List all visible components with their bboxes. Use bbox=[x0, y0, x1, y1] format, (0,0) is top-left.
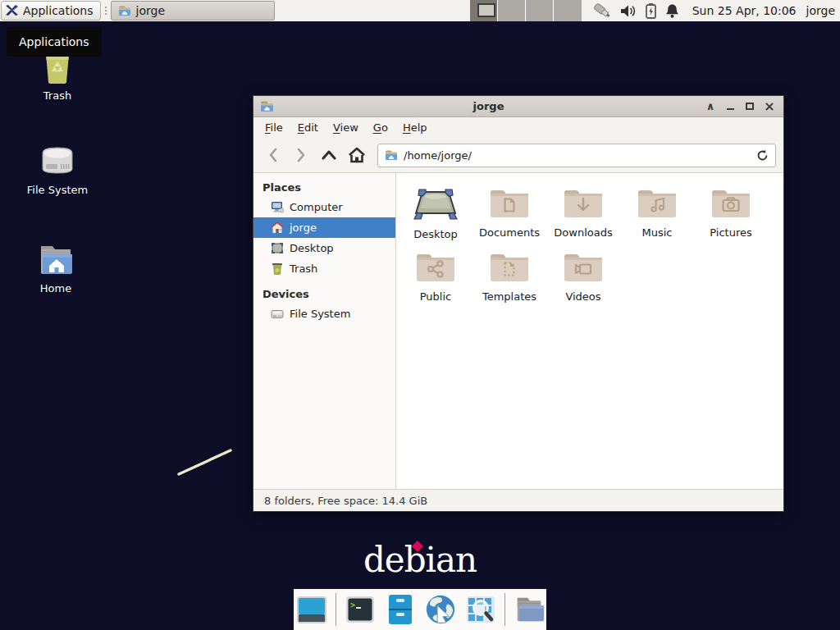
menu-edit[interactable]: Edit bbox=[291, 119, 325, 136]
folder-label: Templates bbox=[482, 290, 536, 303]
folder-item-public[interactable]: Public bbox=[399, 249, 472, 303]
taskbar-window-button[interactable]: jorge bbox=[111, 1, 275, 21]
devices-header: Devices bbox=[253, 283, 395, 304]
sidebar-item-label: Trash bbox=[290, 262, 317, 275]
menu-go[interactable]: Go bbox=[367, 119, 395, 136]
sidebar-item-label: jorge bbox=[290, 221, 317, 234]
music-folder-icon bbox=[636, 185, 678, 221]
application-finder-icon bbox=[465, 594, 496, 625]
desktop-icon-home[interactable]: Home bbox=[7, 241, 105, 294]
applications-menu-label: Applications bbox=[23, 4, 94, 17]
sidebar-item-jorge[interactable]: jorge bbox=[253, 217, 395, 238]
reload-icon[interactable] bbox=[756, 149, 769, 162]
file-cabinet-button[interactable] bbox=[384, 593, 417, 626]
desktop-special-icon bbox=[412, 185, 459, 222]
folder-window-icon bbox=[118, 5, 131, 16]
up-button[interactable] bbox=[317, 143, 341, 167]
workspace-4[interactable] bbox=[554, 0, 582, 21]
panel-handle[interactable] bbox=[103, 2, 109, 20]
videos-folder-icon bbox=[562, 249, 605, 285]
desktop-icon-label: File System bbox=[27, 184, 88, 196]
taskbar-window-label: jorge bbox=[136, 4, 165, 17]
forward-button[interactable] bbox=[289, 143, 313, 167]
back-button[interactable] bbox=[261, 143, 285, 167]
toolbar: /home/jorge/ bbox=[253, 138, 783, 173]
debian-wordmark: debian bbox=[363, 540, 477, 580]
menubar: File Edit View Go Help bbox=[253, 117, 783, 138]
pictures-folder-icon bbox=[710, 185, 752, 221]
file-manager-button[interactable] bbox=[513, 593, 546, 626]
folder-label: Videos bbox=[565, 290, 600, 303]
folder-label: Music bbox=[642, 226, 673, 239]
home-button[interactable] bbox=[345, 143, 369, 167]
places-header: Places bbox=[253, 176, 395, 197]
home-icon bbox=[271, 221, 284, 234]
svg-text:>: > bbox=[350, 600, 355, 609]
volume-icon[interactable] bbox=[620, 4, 637, 18]
show-desktop-button[interactable] bbox=[295, 593, 328, 626]
folder-item-videos[interactable]: Videos bbox=[546, 249, 620, 303]
folder-item-downloads[interactable]: Downloads bbox=[546, 185, 620, 240]
desktop-icon-filesystem[interactable]: File System bbox=[8, 143, 107, 196]
minimize-button[interactable] bbox=[723, 99, 737, 114]
home-folder-icon bbox=[34, 241, 77, 277]
stray-line-artifact bbox=[172, 444, 246, 483]
drawing-tablet-icon[interactable] bbox=[593, 2, 612, 19]
panel-username: jorge bbox=[806, 4, 835, 17]
desktop-icon bbox=[271, 242, 284, 254]
hard-drive-small-icon bbox=[271, 308, 284, 320]
templates-folder-icon bbox=[488, 249, 531, 285]
file-manager-window: jorge ∧ × File Edit View Go Help bbox=[253, 95, 784, 512]
workspace-2[interactable] bbox=[498, 0, 526, 21]
sidebar-item-computer[interactable]: Computer bbox=[253, 197, 395, 217]
web-browser-button[interactable] bbox=[424, 593, 457, 626]
application-finder-button[interactable] bbox=[464, 593, 497, 626]
downloads-folder-icon bbox=[562, 185, 605, 221]
show-desktop-icon bbox=[295, 593, 328, 626]
hard-drive-icon bbox=[36, 143, 79, 179]
shade-button[interactable]: ∧ bbox=[703, 99, 718, 114]
window-title: jorge bbox=[274, 100, 703, 112]
workspace-3[interactable] bbox=[526, 0, 554, 21]
top-panel: Applications jorge bbox=[0, 0, 840, 21]
sidebar-item-label: File System bbox=[290, 308, 350, 320]
dock-separator bbox=[336, 593, 336, 626]
web-browser-globe-icon bbox=[424, 592, 457, 627]
folder-item-music[interactable]: Music bbox=[620, 185, 694, 240]
folder-item-pictures[interactable]: Pictures bbox=[694, 185, 768, 240]
computer-icon bbox=[271, 201, 284, 213]
sidebar-item-label: Computer bbox=[290, 201, 343, 213]
path-folder-icon bbox=[385, 149, 398, 161]
titlebar[interactable]: jorge ∧ × bbox=[253, 96, 783, 117]
folder-label: Public bbox=[420, 290, 451, 303]
maximize-button[interactable] bbox=[742, 99, 757, 114]
close-button[interactable]: × bbox=[762, 99, 777, 114]
folder-label: Documents bbox=[479, 226, 540, 239]
panel-clock[interactable]: Sun 25 Apr, 10:06 bbox=[692, 4, 797, 17]
terminal-button[interactable]: > bbox=[344, 593, 377, 626]
notifications-bell-icon[interactable] bbox=[665, 3, 679, 19]
applications-menu-button[interactable]: Applications bbox=[1, 1, 101, 21]
menu-view[interactable]: View bbox=[326, 119, 365, 136]
battery-charging-icon[interactable] bbox=[645, 2, 657, 19]
folder-item-documents[interactable]: Documents bbox=[472, 185, 546, 240]
sidebar-item-filesystem[interactable]: File System bbox=[253, 304, 395, 324]
path-bar[interactable]: /home/jorge/ bbox=[377, 144, 776, 167]
sidebar-item-trash[interactable]: Trash bbox=[253, 258, 395, 279]
workspace-1[interactable] bbox=[470, 0, 498, 21]
folder-item-desktop[interactable]: Desktop bbox=[399, 185, 472, 240]
sidebar-item-desktop[interactable]: Desktop bbox=[253, 238, 395, 258]
status-text: 8 folders, Free space: 14.4 GiB bbox=[264, 495, 427, 507]
terminal-icon: > bbox=[345, 594, 376, 625]
file-manager-folder-icon bbox=[513, 594, 546, 625]
menu-help[interactable]: Help bbox=[396, 119, 434, 136]
folder-label: Pictures bbox=[710, 226, 751, 239]
sidebar: Places Computer jorge bbox=[253, 173, 396, 489]
dock-separator bbox=[504, 593, 505, 626]
menu-file[interactable]: File bbox=[258, 119, 290, 136]
folder-item-templates[interactable]: Templates bbox=[472, 249, 546, 303]
path-input[interactable]: /home/jorge/ bbox=[404, 149, 751, 162]
icon-view[interactable]: Desktop Documents bbox=[396, 173, 783, 489]
window-folder-icon bbox=[260, 100, 274, 112]
dock: > bbox=[294, 589, 546, 630]
